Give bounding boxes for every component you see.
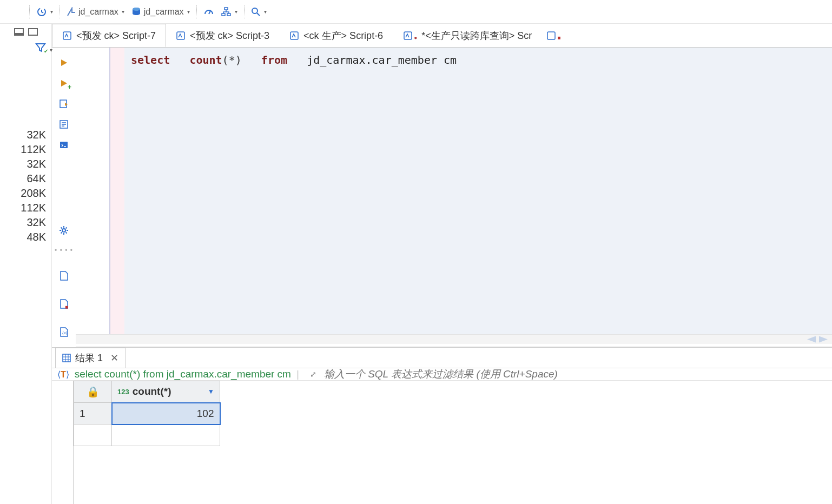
scroll-left-icon[interactable] [807, 336, 816, 343]
svg-text:{x}: {x} [62, 330, 68, 335]
results-view-tabs: 网格 [52, 381, 74, 504]
size-value: 112K [21, 202, 46, 214]
error-badge-icon: ■ [65, 304, 68, 310]
toolbar-separator [244, 5, 245, 18]
empty-cell [112, 425, 220, 446]
row-header-corner: 🔒 [74, 381, 112, 403]
results-tab[interactable]: 结果 1 ✕ [55, 348, 126, 368]
braces-icon: {x} [59, 327, 69, 337]
results-tab-label: 结果 1 [75, 352, 103, 364]
row-number[interactable]: 1 [74, 403, 112, 425]
size-value: 32K [27, 158, 46, 170]
column-header-count[interactable]: 123 count(*) ▼ [112, 381, 220, 403]
size-value: 32K [27, 129, 46, 141]
size-value: 208K [21, 187, 46, 200]
diagram-icon [221, 6, 232, 17]
grid-view-tab[interactable]: 网格 [52, 381, 73, 504]
tab-script-6[interactable]: <ck 生产> Script-6 [280, 24, 393, 47]
dropdown-caret-icon: ▾ [235, 9, 237, 15]
results-grid[interactable]: 🔒 123 count(*) ▼ 1 [74, 381, 832, 504]
dashboard-button[interactable] [201, 5, 216, 18]
dropdown-caret-icon: ▾ [50, 47, 52, 53]
plan-icon [59, 120, 69, 129]
schema-selector[interactable]: jd_carmax ▾ [64, 6, 127, 18]
code-text[interactable]: select count(*) from jd_carmax.car_membe… [124, 48, 832, 334]
size-value: 48K [27, 231, 46, 243]
save-error-button[interactable]: ■ [57, 297, 70, 310]
tab-label: *<生产只读跨库查询> Scr [421, 29, 532, 42]
svg-rect-11 [547, 32, 555, 39]
toolbar-separator: • • • • [55, 247, 73, 254]
scroll-right-icon[interactable] [819, 336, 828, 343]
search-icon [251, 7, 261, 17]
column-name: count(*) [133, 386, 171, 397]
tab-overflow[interactable]: ■ [542, 24, 565, 47]
grid-icon [62, 354, 71, 362]
line-gutter [76, 48, 110, 334]
execute-button[interactable] [57, 56, 70, 69]
filter-button[interactable]: ✔ ▾ [35, 42, 46, 53]
tab-cross-db-query[interactable]: ● *<生产只读跨库查询> Scr [393, 24, 542, 47]
size-value: 112K [21, 143, 46, 156]
modified-badge-icon: ● [414, 35, 417, 41]
history-icon [36, 6, 47, 17]
database-selector[interactable]: jd_carmax ▾ [129, 5, 192, 18]
executed-query-text: select count(*) from jd_carmax.car_membe… [75, 368, 291, 380]
svg-point-15 [62, 229, 65, 232]
sql-file-icon [62, 31, 72, 41]
search-button[interactable]: ▾ [249, 6, 269, 18]
tab-script-7[interactable]: <预发 ck> Script-7 [52, 24, 166, 47]
tab-label: <预发 ck> Script-7 [76, 29, 156, 42]
settings-button[interactable] [57, 224, 70, 237]
minimize-view-icon[interactable] [14, 28, 24, 36]
error-badge-icon: ■ [557, 35, 560, 41]
left-sidebar: ✔ ▾ 32K 112K 32K 64K 208K 112K 32K 48K [0, 24, 52, 504]
expand-icon[interactable]: ⤢ [310, 370, 316, 379]
svg-rect-17 [63, 354, 70, 362]
size-value: 32K [27, 216, 46, 229]
horizontal-scrollbar[interactable] [76, 334, 832, 344]
diagram-button[interactable]: ▾ [219, 5, 240, 18]
toolbar-separator [196, 5, 197, 18]
execute-new-tab-button[interactable]: + [57, 77, 70, 90]
play-icon [60, 58, 68, 67]
dropdown-caret-icon: ▾ [187, 9, 190, 15]
results-filter-bar: ⟨T⟩ select count(*) from jd_carmax.car_m… [52, 368, 832, 381]
database-selector-label: jd_carmax [144, 7, 184, 17]
empty-row-number [74, 425, 112, 446]
execute-script-button[interactable] [57, 97, 70, 110]
svg-rect-4 [222, 14, 225, 16]
tab-script-3[interactable]: <预发 ck> Script-3 [166, 24, 280, 47]
maximize-view-icon[interactable] [28, 28, 38, 36]
schema-selector-label: jd_carmax [78, 7, 118, 17]
console-button[interactable] [57, 138, 70, 151]
tab-label: <预发 ck> Script-3 [190, 29, 269, 42]
sql-file-icon [403, 31, 413, 41]
sql-text-icon: ⟨T⟩ [57, 369, 69, 380]
variables-button[interactable]: {x} [57, 326, 70, 339]
explain-plan-button[interactable] [57, 118, 70, 131]
svg-rect-14 [60, 142, 68, 148]
svg-point-6 [252, 8, 257, 14]
toolbar-separator [29, 5, 30, 18]
cell-value[interactable]: 102 [112, 403, 220, 425]
sql-file-icon [546, 31, 556, 41]
sql-file-icon [176, 31, 186, 41]
close-tab-button[interactable]: ✕ [110, 352, 118, 364]
column-menu-icon[interactable]: ▼ [208, 388, 214, 395]
gear-icon [58, 225, 69, 236]
dropdown-caret-icon: ▾ [122, 9, 124, 15]
results-filter-input[interactable] [324, 368, 827, 380]
play-plus-icon [60, 79, 68, 88]
column-type-label: 123 [117, 388, 129, 396]
size-list: 32K 112K 32K 64K 208K 112K 32K 48K [0, 129, 51, 243]
svg-rect-5 [227, 14, 230, 16]
schema-icon [67, 7, 76, 17]
sql-editor[interactable]: select count(*) from jd_carmax.car_membe… [76, 48, 832, 334]
marker-margin [110, 48, 124, 334]
size-value: 64K [27, 173, 46, 185]
editor-tabs: <预发 ck> Script-7 <预发 ck> Script-3 <ck 生产… [52, 24, 832, 48]
save-button[interactable] [57, 269, 70, 282]
toolbar-separator [60, 5, 60, 18]
history-button[interactable]: ▾ [34, 5, 55, 18]
